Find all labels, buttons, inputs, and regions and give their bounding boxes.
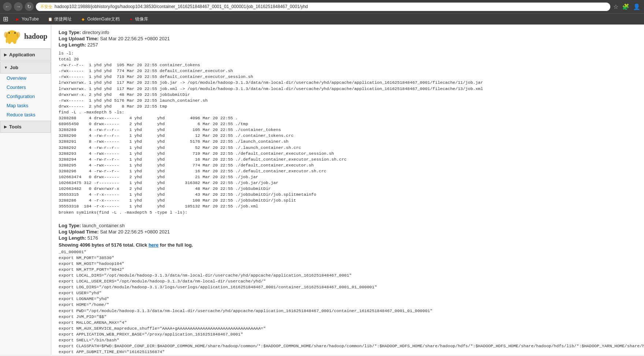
tools-section-header[interactable]: ▶ Tools: [0, 121, 51, 133]
log-length-label-2: Log Length:: [59, 235, 86, 241]
log-type-value-2: launch_container.sh: [82, 223, 125, 228]
log-length-2: Log Length: 5176: [59, 235, 637, 241]
showing-prefix: Showing 4096 bytes of 5176 total. Click: [59, 242, 149, 248]
bookmark-button[interactable]: ☆: [613, 3, 619, 11]
log-length-value-1: 2257: [88, 42, 98, 48]
log-length-1: Log Length: 2257: [59, 42, 637, 48]
svg-point-0: [5, 30, 19, 42]
sidebar-item-configuration[interactable]: Configuration: [0, 92, 51, 101]
job-arrow-icon: ▼: [4, 65, 8, 70]
forward-button[interactable]: →: [14, 2, 23, 11]
bookmark-goldengate-label: GoldenGate文档: [87, 16, 120, 22]
showing-suffix: for the full log.: [159, 242, 193, 248]
shortcuts-icon: 📋: [48, 16, 53, 22]
extensions-button[interactable]: 🧩: [621, 3, 630, 11]
back-button[interactable]: ←: [3, 2, 12, 11]
url-text: hadoop102:19888/jobhistory/logs/hadoop10…: [55, 4, 606, 9]
job-label: Job: [10, 65, 18, 70]
refresh-button[interactable]: ↻: [25, 2, 34, 11]
here-link[interactable]: here: [149, 242, 159, 248]
log-type-label-1: Log Type:: [59, 30, 81, 35]
log-content-2: _01_000001" export NM_PORT="38530" expor…: [59, 249, 637, 355]
sidebar-item-counters[interactable]: Counters: [0, 83, 51, 92]
bookmark-youtube[interactable]: ▶ YouTube: [13, 16, 41, 22]
log-type-1: Log Type: directory.info: [59, 30, 637, 35]
sidebar-item-reduce-tasks[interactable]: Reduce tasks: [0, 110, 51, 119]
apps-button[interactable]: ⊞: [3, 15, 8, 23]
log-section-launch: Log Type: launch_container.sh Log Upload…: [59, 223, 637, 355]
application-section-header[interactable]: ▶ Application: [0, 49, 51, 61]
log-section-directory: Log Type: directory.info Log Upload Time…: [59, 30, 637, 216]
log-upload-2: Log Upload Time: Sat Mar 20 22:56:25 +08…: [59, 229, 637, 235]
sidebar-item-overview[interactable]: Overview: [0, 74, 51, 83]
mirror-icon: ●: [129, 16, 134, 22]
showing-text: Showing 4096 bytes of 5176 total. Click …: [59, 242, 637, 248]
profile-button[interactable]: 👤: [632, 3, 641, 11]
svg-point-6: [14, 32, 16, 34]
log-type-2: Log Type: launch_container.sh: [59, 223, 637, 228]
address-bar[interactable]: 不安全 hadoop102:19888/jobhistory/logs/hado…: [36, 3, 610, 11]
log-length-label-1: Log Length:: [59, 42, 86, 48]
svg-point-8: [16, 32, 20, 38]
sidebar-job-section: ▼ Job Overview Counters Configuration Ma…: [0, 61, 51, 119]
hadoop-text: hadoop: [24, 32, 47, 41]
goldengate-icon: ◆: [81, 16, 86, 22]
log-header-1: Log Type: directory.info Log Upload Time…: [59, 30, 637, 48]
logo-area: hadoop: [0, 25, 51, 49]
tools-label: Tools: [9, 124, 22, 130]
log-type-value-1: directory.info: [82, 30, 109, 35]
job-section-header[interactable]: ▼ Job: [0, 61, 51, 74]
log-upload-value-1: Sat Mar 20 22:56:25 +0800 2021: [100, 36, 170, 41]
bookmark-mirror[interactable]: ● 镜像库: [126, 15, 150, 23]
bookmark-goldengate[interactable]: ◆ GoldenGate文档: [78, 15, 122, 23]
log-upload-value-2: Sat Mar 20 22:56:25 +0800 2021: [100, 229, 170, 235]
log-upload-1: Log Upload Time: Sat Mar 20 22:56:25 +08…: [59, 36, 637, 41]
bookmark-shortcuts-label: 便捷网址: [54, 16, 72, 22]
browser-actions: ☆ 🧩 👤: [613, 3, 641, 11]
log-upload-label-1: Log Upload Time:: [59, 36, 99, 41]
main-content: Log Type: directory.info Log Upload Time…: [51, 25, 644, 355]
browser-chrome: ← → ↻ 不安全 hadoop102:19888/jobhistory/log…: [0, 0, 644, 25]
sidebar-item-map-tasks[interactable]: Map tasks: [0, 101, 51, 110]
sidebar-tools-section: ▶ Tools: [0, 121, 51, 133]
application-arrow-icon: ▶: [4, 53, 7, 57]
svg-point-5: [8, 32, 10, 34]
application-label: Application: [9, 52, 35, 57]
youtube-icon: ▶: [15, 16, 20, 22]
tools-arrow-icon: ▶: [4, 125, 7, 129]
svg-point-1: [8, 38, 11, 44]
bookmark-youtube-label: YouTube: [22, 16, 39, 22]
log-content-1: ls -l: total 20 -rw-r--r-- 1 yhd yhd 105…: [59, 50, 637, 216]
bookmarks-bar: ⊞ ▶ YouTube 📋 便捷网址 ◆ GoldenGate文档 ● 镜像库: [0, 13, 644, 25]
hadoop-logo: hadoop: [3, 28, 47, 45]
log-length-value-2: 5176: [88, 235, 98, 241]
svg-point-7: [4, 32, 8, 38]
log-type-label-2: Log Type:: [59, 223, 81, 228]
bookmark-shortcuts[interactable]: 📋 便捷网址: [45, 15, 74, 23]
log-header-2: Log Type: launch_container.sh Log Upload…: [59, 223, 637, 248]
browser-toolbar: ← → ↻ 不安全 hadoop102:19888/jobhistory/log…: [0, 0, 644, 13]
bookmark-mirror-label: 镜像库: [135, 16, 148, 22]
svg-point-2: [13, 38, 16, 44]
log-upload-label-2: Log Upload Time:: [59, 229, 99, 235]
security-warning: 不安全: [40, 4, 52, 10]
hadoop-elephant-icon: [3, 28, 21, 45]
sidebar-application-section: ▶ Application: [0, 49, 51, 61]
